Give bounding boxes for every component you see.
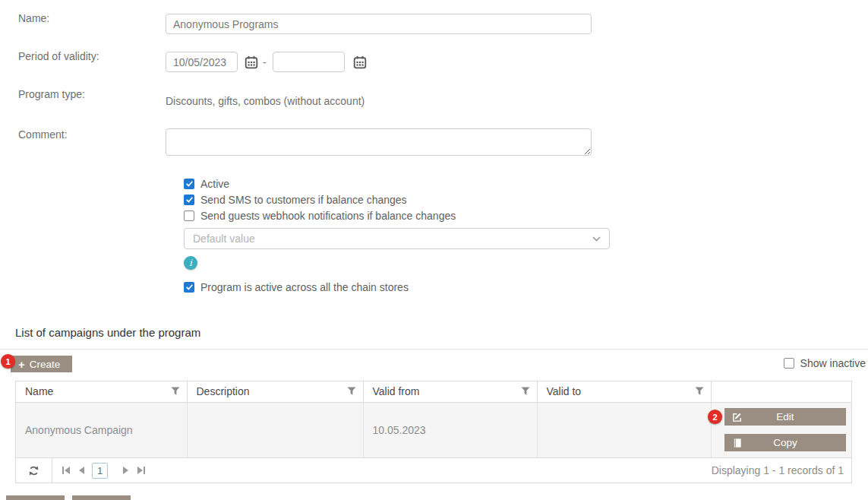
chain-checkbox[interactable] [184, 282, 194, 293]
footer-actions: Save Back [6, 495, 868, 500]
column-header-description: Description [187, 381, 363, 402]
table-header-row: Name Description [16, 381, 851, 402]
webhook-option: Send guests webhook notifications if bal… [184, 207, 868, 223]
name-input[interactable] [166, 14, 592, 34]
comment-label: Comment: [0, 127, 166, 141]
program-options: Active Send SMS to customers if balance … [184, 176, 868, 295]
campaigns-heading: List of campaigns under the program [15, 326, 868, 339]
active-option: Active [184, 176, 868, 191]
show-inactive-label: Show inactive [800, 357, 866, 369]
valid-to-input[interactable] [273, 52, 345, 72]
calendar-icon[interactable] [245, 55, 258, 69]
copy-button-label: Copy [724, 437, 846, 448]
active-checkbox[interactable] [184, 179, 194, 189]
edit-button[interactable]: Edit [724, 408, 846, 426]
send-sms-checkbox[interactable] [184, 195, 194, 205]
section-divider [0, 349, 868, 350]
column-header-valid-from: Valid from [363, 381, 537, 402]
column-label: Name [25, 385, 53, 397]
plus-icon: + [18, 359, 25, 370]
last-page-button[interactable] [137, 467, 145, 474]
grid-pager: 1 Displaying 1 - 1 records of 1 [16, 457, 851, 483]
default-value-select[interactable]: Default value [184, 228, 610, 249]
save-button[interactable]: Save [6, 495, 65, 500]
select-value: Default value [193, 233, 255, 245]
column-label: Valid from [373, 385, 420, 397]
edit-button-label: Edit [724, 411, 846, 422]
page-number-input[interactable]: 1 [92, 463, 108, 479]
column-header-valid-to: Valid to [537, 381, 711, 402]
program-type-label: Program type: [0, 87, 166, 101]
filter-icon[interactable] [171, 387, 180, 396]
first-page-button[interactable] [62, 467, 70, 474]
program-type-value: Discounts, gifts, combos (without accoun… [166, 87, 365, 107]
chain-option: Program is active across all the chain s… [184, 279, 868, 295]
copy-button[interactable]: Copy [724, 434, 846, 451]
show-inactive-checkbox[interactable] [784, 358, 794, 369]
campaigns-grid: Name Description [15, 381, 852, 483]
valid-from-input[interactable] [166, 52, 238, 72]
column-label: Description [197, 385, 250, 397]
webhook-checkbox[interactable] [184, 210, 194, 221]
next-page-button[interactable] [123, 467, 128, 474]
program-edit-page: Name: Period of validity: [0, 0, 868, 500]
info-icon[interactable]: i [184, 256, 197, 270]
calendar-icon[interactable] [353, 55, 367, 69]
column-label: Valid to [547, 385, 582, 397]
send-sms-label: Send SMS to customers if balance changes [200, 194, 407, 206]
webhook-label: Send guests webhook notifications if bal… [200, 210, 456, 222]
cell-description [187, 402, 363, 457]
filter-icon[interactable] [695, 387, 704, 396]
cell-valid-to [537, 402, 711, 457]
name-label: Name: [0, 11, 166, 25]
cell-valid-from: 10.05.2023 [363, 402, 537, 457]
date-range-separator: - [263, 56, 267, 68]
column-header-name: Name [16, 381, 187, 402]
program-form: Name: Period of validity: [0, 0, 868, 295]
create-button[interactable]: 1 + Create [11, 356, 72, 372]
create-button-label: Create [30, 359, 61, 370]
active-label: Active [200, 178, 229, 190]
table-row[interactable]: Anonymous Campaign 10.05.2023 2 [16, 402, 851, 457]
cell-name: Anonymous Campaign [16, 402, 187, 457]
refresh-icon[interactable] [16, 465, 52, 476]
send-sms-option: Send SMS to customers if balance changes [184, 191, 868, 207]
campaigns-toolbar: 1 + Create Show inactive [0, 355, 868, 373]
filter-icon[interactable] [521, 387, 530, 396]
filter-icon[interactable] [347, 387, 356, 396]
pager-status: Displaying 1 - 1 records of 1 [712, 464, 851, 476]
previous-page-button[interactable] [79, 467, 84, 474]
copy-icon [732, 438, 743, 448]
step-badge-1: 1 [1, 354, 15, 369]
period-label: Period of validity: [0, 49, 166, 63]
cell-actions: 2 Edit [711, 402, 851, 457]
column-header-actions [711, 381, 851, 402]
period-fields: - [166, 52, 367, 72]
show-inactive-toggle: Show inactive [784, 357, 866, 369]
step-badge-2: 2 [708, 410, 722, 424]
pager-separator [52, 458, 52, 483]
edit-icon [732, 412, 743, 422]
chain-label: Program is active across all the chain s… [200, 281, 409, 293]
back-button[interactable]: Back [72, 495, 131, 500]
comment-textarea[interactable] [166, 128, 592, 156]
chevron-down-icon [592, 236, 601, 242]
